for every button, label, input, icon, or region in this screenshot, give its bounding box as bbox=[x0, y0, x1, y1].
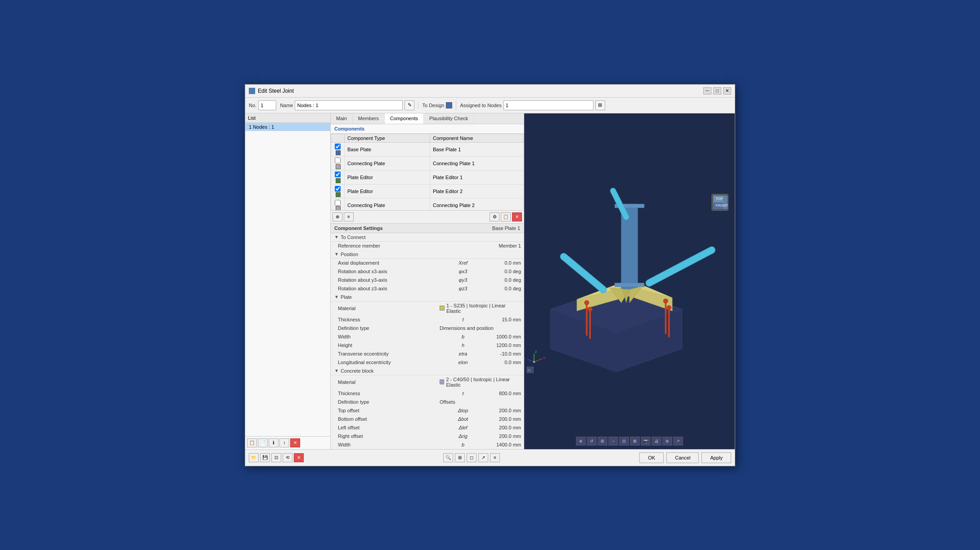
bt-1[interactable]: 📁 bbox=[249, 453, 259, 462]
bt-search[interactable]: 🔍 bbox=[443, 453, 453, 462]
settings-group: ▼To Connect Reference member Member 1 bbox=[331, 233, 524, 250]
settings-group-header[interactable]: ▼Position bbox=[331, 250, 524, 259]
assigned-input[interactable] bbox=[503, 100, 593, 110]
row-type: Connecting Plate bbox=[345, 198, 430, 210]
list-item[interactable]: 1 Nodes : 1 bbox=[245, 123, 330, 131]
list-add-button[interactable]: 📋 bbox=[247, 438, 257, 447]
row-checkbox[interactable] bbox=[335, 144, 341, 149]
window-title: Edit Steel Joint bbox=[258, 88, 294, 94]
col-name: Component Name bbox=[430, 134, 523, 142]
tab-members[interactable]: Members bbox=[353, 113, 385, 124]
svg-text:Z: Z bbox=[535, 350, 537, 354]
comp-list-button[interactable]: ≡ bbox=[344, 212, 354, 221]
settings-symbol bbox=[423, 381, 436, 383]
settings-label: Width bbox=[331, 333, 456, 341]
maximize-button[interactable]: □ bbox=[713, 87, 721, 95]
settings-symbol: Δbot bbox=[456, 415, 470, 423]
bottom-buttons: OK Cancel Apply bbox=[639, 452, 731, 463]
tab-plausibility[interactable]: Plausibility Check bbox=[424, 113, 474, 124]
view-btn-5[interactable]: ⊟ bbox=[619, 437, 629, 446]
comp-settings-button[interactable]: ⚙ bbox=[490, 212, 499, 221]
collapse-icon: ▼ bbox=[334, 368, 339, 373]
comp-add-button[interactable]: ⊕ bbox=[333, 212, 342, 221]
settings-symbol bbox=[423, 307, 436, 310]
svg-point-37 bbox=[533, 361, 535, 362]
assigned-label: Assigned to Nodes bbox=[460, 103, 501, 108]
view-btn-10[interactable]: ↗ bbox=[673, 437, 683, 446]
bt-5[interactable]: ✕ bbox=[294, 453, 304, 462]
cancel-button[interactable]: Cancel bbox=[666, 452, 699, 463]
view-btn-6[interactable]: ⊠ bbox=[630, 437, 640, 446]
list-copy-button[interactable]: 📄 bbox=[258, 438, 268, 447]
settings-value: 200.0 mm bbox=[470, 432, 524, 440]
comp-delete-button[interactable]: ✕ bbox=[512, 212, 522, 221]
settings-symbol bbox=[456, 244, 470, 247]
list-sort-button[interactable]: ↕ bbox=[279, 438, 289, 447]
group-title: Concrete block bbox=[341, 368, 373, 374]
bt-select[interactable]: ◻ bbox=[467, 453, 477, 462]
apply-button[interactable]: Apply bbox=[701, 452, 731, 463]
svg-text:X: X bbox=[543, 356, 546, 360]
minimize-button[interactable]: ─ bbox=[703, 87, 711, 95]
bt-4[interactable]: ⟲ bbox=[283, 453, 292, 462]
comp-info-button[interactable]: 📋 bbox=[501, 212, 511, 221]
bt-list[interactable]: ≡ bbox=[490, 453, 500, 462]
table-row[interactable]: Connecting Plate Connecting Plate 1 bbox=[331, 156, 524, 170]
to-design-checkbox[interactable] bbox=[446, 102, 452, 108]
settings-symbol: φx3 bbox=[456, 267, 470, 275]
row-type: Base Plate bbox=[345, 142, 430, 156]
bt-arrow[interactable]: ↗ bbox=[478, 453, 488, 462]
bottom-bar: 📁 💾 ⊡ ⟲ ✕ 🔍 ⊞ ◻ ↗ ≡ OK Cancel Apply bbox=[245, 449, 735, 466]
view-btn-2[interactable]: ↺ bbox=[587, 437, 597, 446]
no-input[interactable] bbox=[258, 100, 276, 110]
view-btn-4[interactable]: ↔ bbox=[608, 437, 618, 446]
close-button[interactable]: ✕ bbox=[723, 87, 731, 95]
table-row[interactable]: Plate Editor Plate Editor 1 bbox=[331, 170, 524, 184]
settings-label: Rotation about y3-axis bbox=[331, 276, 456, 284]
settings-label: Axial displacement bbox=[331, 259, 456, 267]
bt-grid[interactable]: ⊞ bbox=[455, 453, 465, 462]
table-row[interactable]: Plate Editor Plate Editor 2 bbox=[331, 185, 524, 198]
settings-group-header[interactable]: ▼Plate bbox=[331, 293, 524, 302]
tab-main[interactable]: Main bbox=[331, 113, 353, 124]
settings-value: 0.0 deg bbox=[470, 276, 524, 284]
list-delete-button[interactable]: ✕ bbox=[290, 438, 300, 447]
view-btn-1[interactable]: ⊕ bbox=[576, 437, 586, 446]
settings-symbol: Xref bbox=[456, 259, 470, 267]
view-btn-9[interactable]: ⊛ bbox=[662, 437, 672, 446]
settings-row: Bottom offset Δbot 200.0 mm bbox=[331, 415, 524, 424]
tab-components[interactable]: Components bbox=[385, 113, 424, 124]
settings-symbol: Δtop bbox=[456, 406, 470, 415]
svg-point-20 bbox=[667, 305, 671, 310]
view-btn-7[interactable]: 📷 bbox=[641, 437, 651, 446]
table-row[interactable]: Base Plate Base Plate 1 bbox=[331, 142, 524, 156]
bt-3[interactable]: ⊡ bbox=[271, 453, 281, 462]
settings-title: Component Settings bbox=[334, 225, 383, 231]
svg-point-17 bbox=[584, 300, 589, 305]
list-info-button[interactable]: ℹ bbox=[269, 438, 279, 447]
app-icon bbox=[249, 88, 255, 94]
assigned-to-nodes-section: Assigned to Nodes ⊞ bbox=[456, 100, 731, 110]
name-input[interactable] bbox=[295, 100, 403, 110]
svg-text:⊡: ⊡ bbox=[528, 368, 531, 372]
view-btn-3[interactable]: ⊞ bbox=[598, 437, 607, 446]
settings-value: 2 - C40/50 | Isotropic | Linear Elastic bbox=[436, 375, 524, 389]
settings-group-header[interactable]: ▼Concrete block bbox=[331, 367, 524, 375]
ok-button[interactable]: OK bbox=[639, 452, 664, 463]
settings-label: Thickness bbox=[331, 389, 456, 397]
view-btn-8[interactable]: 🖨 bbox=[652, 437, 661, 446]
edit-name-button[interactable]: ✎ bbox=[405, 100, 414, 110]
bt-2[interactable]: 💾 bbox=[260, 453, 270, 462]
table-row[interactable]: Connecting Plate Connecting Plate 2 bbox=[331, 198, 524, 210]
row-checkbox[interactable] bbox=[335, 200, 341, 206]
settings-row: Axial displacement Xref 0.0 mm bbox=[331, 259, 524, 267]
assigned-edit-button[interactable]: ⊞ bbox=[595, 100, 605, 110]
settings-row: Height h 1200.0 mm bbox=[331, 341, 524, 350]
row-checkbox[interactable] bbox=[335, 171, 341, 177]
row-checkbox[interactable] bbox=[335, 186, 341, 192]
settings-label: Width bbox=[331, 441, 456, 449]
settings-group-header[interactable]: ▼To Connect bbox=[331, 233, 524, 242]
settings-value: 200.0 mm bbox=[470, 406, 524, 415]
settings-label: Definition type bbox=[331, 398, 423, 406]
row-checkbox[interactable] bbox=[335, 158, 341, 163]
